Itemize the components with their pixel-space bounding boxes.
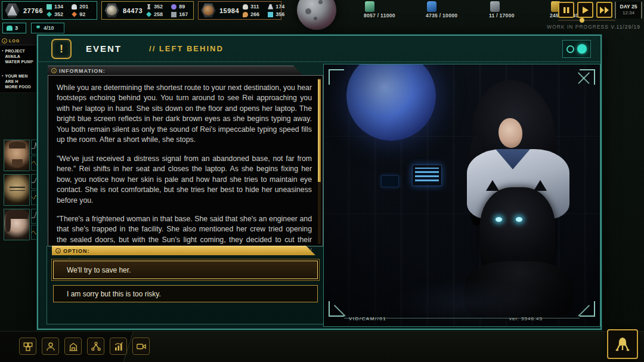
speed-handle[interactable] <box>580 18 584 23</box>
organics-total: 15984 <box>219 7 239 14</box>
crew-count: 3 <box>15 25 18 31</box>
scrollbar-thumb[interactable] <box>318 79 321 182</box>
capacity-badge[interactable]: 4/10 <box>31 23 64 33</box>
log-item-line: PROJECT AVAILA <box>5 48 37 59</box>
crystal-orange-icon <box>72 12 77 17</box>
option-save-her-button[interactable]: We'll try to save her. <box>53 261 318 279</box>
corner-bracket <box>329 69 344 85</box>
log-item-water-pump[interactable]: • PROJECT AVAILA WATER PUMP <box>0 45 38 66</box>
speed-track[interactable] <box>558 20 615 21</box>
moon-crater <box>314 17 317 20</box>
time-label: 12:34 <box>616 10 641 16</box>
sub-resource-value: 356 <box>275 11 284 17</box>
sub-resource-value: 258 <box>154 11 163 17</box>
corner-bracket <box>580 301 595 317</box>
log-header: i LOG <box>0 37 38 45</box>
water-icon <box>427 1 436 12</box>
colonist-icon <box>45 341 56 352</box>
power-icon <box>365 1 374 12</box>
cube-grey-icon <box>171 12 177 17</box>
sub-resource-value: 167 <box>179 11 188 17</box>
event-exclamation-icon: ! <box>51 39 72 59</box>
base-button[interactable] <box>64 338 82 355</box>
log-panel: i LOG • PROJECT AVAILA WATER PUMP • YOUR… <box>0 37 38 93</box>
lander-icon <box>614 335 631 353</box>
event-text-area: While you are determining the shortest r… <box>48 75 323 247</box>
resource-group-minerals: 27766 134 201 352 92 <box>2 1 97 20</box>
avatar-hair <box>9 141 26 148</box>
organic-glyph <box>203 5 213 16</box>
crew-icon <box>7 26 13 31</box>
option-too-risky-button[interactable]: I am sorry but this is too risky. <box>53 285 318 302</box>
event-dialog-header: ! EVENT // LEFT BEHIND <box>38 36 600 62</box>
moon-crater <box>318 0 323 4</box>
camera-button[interactable] <box>132 338 150 355</box>
rock-hex-icon <box>104 3 119 18</box>
avatar <box>4 209 30 240</box>
event-paragraph: "We've just received a distress signal f… <box>57 154 312 206</box>
play-icon <box>582 7 589 14</box>
water-value: 4735 / 10000 <box>426 13 457 18</box>
moon-crater <box>305 8 311 14</box>
log-item-food[interactable]: • YOUR MEN ARE H MORE FOOD <box>0 70 38 91</box>
colonists-button[interactable] <box>42 338 59 355</box>
text-scrollbar[interactable] <box>318 78 321 244</box>
gem-teal-icon <box>47 12 52 17</box>
day-label: DAY 25 <box>616 4 641 10</box>
stats-button[interactable] <box>110 338 127 355</box>
camera-icon <box>136 341 147 352</box>
bullet: • <box>2 73 3 89</box>
mountain-glyph <box>7 5 17 16</box>
event-image-panel: VID/CAM//01 ver. 3546.45 <box>323 64 600 327</box>
resource-group-organics: 15984 311 174 266 356 <box>198 1 281 20</box>
capacity-count: 4/10 <box>44 25 54 31</box>
network-button[interactable] <box>87 338 104 355</box>
ring-icon <box>566 45 574 53</box>
toolbar <box>19 338 150 355</box>
crates-icon <box>23 341 33 352</box>
water-meter: 4735 / 10000 <box>426 1 457 20</box>
sub-resource-value: 266 <box>250 11 259 17</box>
info-icon: i <box>2 38 7 44</box>
information-tab: i INFORMATION: <box>48 66 303 75</box>
mound-white-icon <box>72 4 77 10</box>
power-meter: 8057 / 11000 <box>364 1 395 20</box>
orb-purple-icon <box>171 4 177 10</box>
mineral-hex-icon <box>5 3 20 18</box>
lander-button[interactable] <box>607 329 638 359</box>
game-screen: 27766 134 201 352 92 84473 352 89 258 16… <box>0 0 644 362</box>
information-header: INFORMATION: <box>59 68 106 74</box>
fast-forward-icon <box>600 7 609 14</box>
resources-button[interactable] <box>19 338 36 355</box>
build-watermark: WORK IN PROGRESS V.11/29/19 <box>547 24 640 30</box>
event-title: // LEFT BEHIND <box>149 44 224 53</box>
base-icon <box>68 341 79 352</box>
gem-cyan-icon <box>146 12 151 17</box>
storage-icon <box>490 1 500 12</box>
cube-cyan-icon <box>268 12 273 17</box>
pause-button[interactable] <box>558 2 574 18</box>
glow-dot-icon <box>577 44 587 54</box>
avatar-glasses <box>10 187 25 191</box>
event-dialog: ! EVENT // LEFT BEHIND i INFORMATION: Wh… <box>37 35 602 330</box>
capacity-icon <box>35 26 41 31</box>
option-header: OPTION: <box>63 248 90 254</box>
sub-resource-value: 89 <box>179 4 185 10</box>
resource-group-rock: 84473 352 89 258 167 <box>101 1 194 20</box>
corner-bracket <box>329 301 344 317</box>
sub-resource-value: 352 <box>154 4 163 10</box>
fast-forward-button[interactable] <box>596 2 612 18</box>
avatar <box>4 140 30 171</box>
drop-amber-icon <box>243 12 248 17</box>
log-item-line: MORE FOOD <box>5 84 37 89</box>
rock-total: 84473 <box>123 7 143 14</box>
sub-resource-value: 174 <box>275 4 284 10</box>
play-button[interactable] <box>577 2 593 18</box>
flask-icon <box>268 4 273 10</box>
sub-resource-value: 201 <box>79 4 88 10</box>
info-icon: i <box>55 248 61 253</box>
log-item-line: YOUR MEN ARE H <box>5 73 37 84</box>
avatar-beard <box>12 159 23 168</box>
crew-badge[interactable]: 3 <box>2 23 26 33</box>
day-time-display: DAY 25 12:34 <box>615 2 642 18</box>
